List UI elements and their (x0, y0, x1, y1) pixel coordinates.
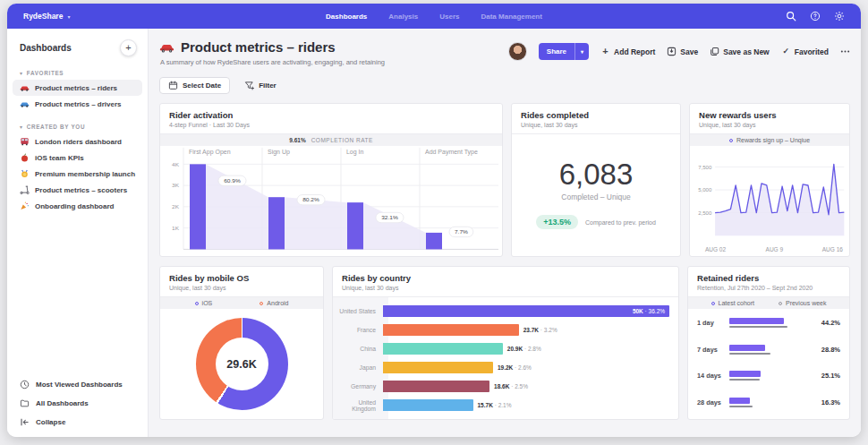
card-rides-by-mobile-os: Rides by mobile OS Unique, last 30 days … (159, 266, 324, 420)
medal-icon (20, 169, 30, 178)
section-label: FAVORITES (27, 70, 64, 76)
help-icon[interactable] (810, 11, 821, 21)
svg-text:2,500: 2,500 (698, 210, 712, 216)
retention-label: 7 days (697, 346, 729, 354)
funnel-chart[interactable]: 4K3K2K1KFirst App OpenSign UpLog InAdd P… (160, 146, 502, 256)
save-as-new-button[interactable]: Save as New (710, 47, 770, 56)
sidebar-header: Dashboards + (7, 38, 148, 58)
bus-icon (20, 137, 30, 146)
country-bar[interactable] (383, 343, 503, 355)
favorited-button[interactable]: ✓Favorited (781, 47, 829, 56)
save-button[interactable]: Save (667, 47, 698, 56)
car-red-icon (20, 83, 30, 92)
legend-ring-icon (260, 302, 263, 305)
all-dashboards[interactable]: All Dashboards (7, 394, 148, 413)
chevron-down-icon: ▾ (20, 70, 23, 76)
page-header: Product metrics – riders A summary of ho… (159, 39, 850, 66)
user-avatar[interactable] (508, 42, 527, 61)
country-bar[interactable] (383, 324, 519, 336)
share-button[interactable]: Share ▾ (539, 43, 589, 60)
sidebar-item-product-metrics-riders[interactable]: Product metrics – riders (13, 80, 142, 96)
navbar-icons (786, 11, 845, 21)
legend-item-rewards-sign-up-unqiue[interactable]: Rewards sign up – Unqiue (729, 137, 810, 143)
sidebar-spacer (7, 214, 148, 375)
brand-menu[interactable]: RydeShare ▾ (23, 12, 70, 21)
retention-row-7-days[interactable]: 7 days28.8% (697, 345, 840, 355)
chevron-down-icon[interactable]: ▾ (574, 43, 589, 60)
legend-strip: Latest cohortPrevious week (688, 296, 849, 309)
retention-row-14-days[interactable]: 14 days25.1% (697, 371, 840, 381)
nav-link-analysis[interactable]: Analysis (388, 13, 418, 21)
country-bar[interactable] (383, 362, 493, 373)
collapse-sidebar[interactable]: Collapse (7, 413, 148, 432)
legend-item-previous-week[interactable]: Previous week (779, 300, 827, 306)
page-subtitle: A summary of how RydeShare users are act… (160, 58, 385, 66)
retention-row-1-day[interactable]: 1 day44.2% (697, 318, 840, 328)
country-row-germany[interactable]: Germany18.6K · 2.5% (333, 381, 669, 392)
retention-value: 16.3% (813, 398, 840, 406)
country-row-united-states[interactable]: United States50K · 36.2% (333, 305, 669, 317)
svg-text:4K: 4K (172, 161, 180, 167)
add-report-button[interactable]: +Add Report (600, 47, 655, 56)
sidebar-item-ios-team-kpis[interactable]: iOS team KPIs (13, 150, 142, 166)
country-bar[interactable] (383, 381, 489, 392)
action-label: Save as New (723, 47, 770, 56)
card-title: Retained riders (697, 273, 840, 283)
settings-gear-icon[interactable] (834, 11, 845, 21)
svg-text:3K: 3K (172, 182, 180, 188)
country-row-france[interactable]: France23.7K · 3.2% (333, 324, 669, 336)
new-dashboard-button[interactable]: + (120, 39, 137, 56)
svg-text:60.9%: 60.9% (224, 177, 241, 184)
folder-icon (20, 398, 30, 408)
filter-button[interactable]: Filter (244, 81, 277, 90)
sidebar-item-product-metrics-drivers[interactable]: Product metrics – drivers (13, 96, 142, 112)
page-title: Product metrics – riders (181, 39, 336, 55)
nav-link-dashboards[interactable]: Dashboards (326, 13, 367, 21)
country-row-japan[interactable]: Japan19.2K · 2.6% (333, 362, 669, 373)
legend-item-ios[interactable]: iOS (195, 300, 213, 306)
content-area: Dashboards + ▾FAVORITESProduct metrics –… (7, 29, 861, 437)
cards-row-2: Rides by mobile OS Unique, last 30 days … (159, 266, 850, 420)
country-bar-chart: United States50K · 36.2%France23.7K · 3.… (333, 296, 678, 419)
ellipsis-icon (840, 47, 850, 56)
completion-rate-strip: 9.61% COMPLETION RATE (160, 133, 502, 146)
donut-chart[interactable]: 29.6K (196, 318, 288, 410)
section-header[interactable]: ▾CREATED BY YOU (7, 124, 148, 130)
nav-link-data-management[interactable]: Data Management (481, 13, 541, 21)
svg-text:Sign Up: Sign Up (268, 149, 290, 156)
country-row-united-kingdom[interactable]: United Kingdom15.7K · 2.1% (333, 399, 669, 411)
bar-value: 18.6K (494, 383, 509, 389)
sidebar-item-onboarding-dashboard[interactable]: Onboarding dashboard (13, 198, 142, 214)
retention-value: 44.2% (813, 319, 840, 327)
bar-percent: 2.8% (528, 346, 541, 352)
select-date-button[interactable]: Select Date (159, 77, 230, 94)
search-icon[interactable] (786, 11, 796, 21)
clock-icon (20, 380, 30, 389)
sidebar-item-label: London riders dashboard (35, 138, 122, 146)
sidebar-item-premium-membership-launch[interactable]: Premium membership launch (13, 166, 142, 182)
country-bar[interactable]: 50K · 36.2% (383, 305, 669, 317)
bar-value: 15.7K (478, 402, 493, 408)
more-button[interactable] (840, 47, 850, 56)
line-chart[interactable]: 2,5005,0007,500AUG 02AUG 9AUG 16 (690, 146, 849, 256)
card-rides-by-country: Rides by country Unique, last 30 days Un… (332, 266, 679, 420)
legend-item-latest-cohort[interactable]: Latest cohort (711, 300, 754, 306)
retention-value: 28.8% (813, 346, 840, 354)
sidebar-section: ▾CREATED BY YOULondon riders dashboardiO… (7, 124, 148, 214)
chevron-down-icon: ▾ (20, 124, 23, 130)
sidebar-item-product-metrics-scooters[interactable]: Product metrics – scooters (13, 182, 142, 198)
latest-cohort-bar (729, 371, 761, 377)
sidebar-item-label: Product metrics – riders (35, 84, 117, 92)
section-header[interactable]: ▾FAVORITES (7, 70, 148, 76)
bar-percent: 2.6% (518, 364, 532, 371)
legend-item-android[interactable]: Android (260, 300, 288, 306)
delta-badge: +13.5% (536, 215, 578, 229)
retention-value: 25.1% (813, 372, 840, 380)
most-viewed-dashboards[interactable]: Most Viewed Dashboards (7, 375, 148, 394)
retention-row-28-days[interactable]: 28 days16.3% (697, 398, 840, 407)
country-bar[interactable] (383, 399, 472, 411)
country-row-china[interactable]: China20.9K · 2.8% (333, 343, 669, 355)
nav-link-users[interactable]: Users (439, 13, 459, 21)
party-icon (20, 201, 30, 210)
sidebar-item-london-riders-dashboard[interactable]: London riders dashboard (13, 133, 142, 150)
